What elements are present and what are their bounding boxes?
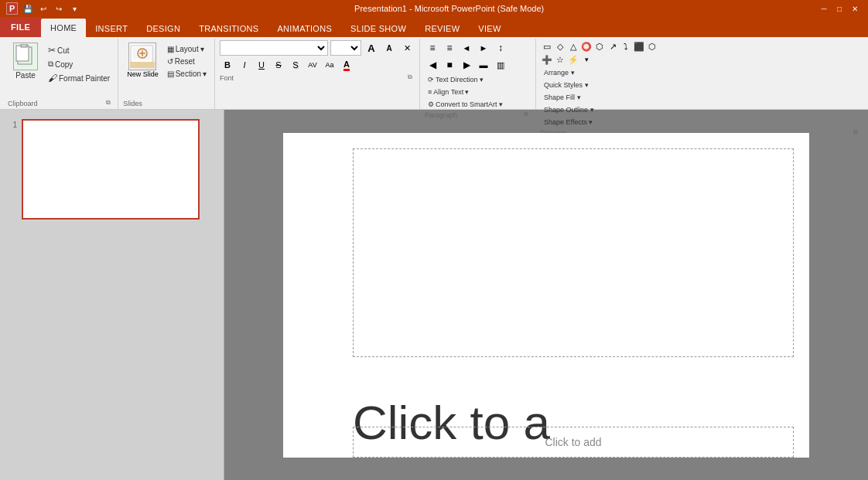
window-controls: ─ □ ✕	[817, 2, 862, 15]
case-btn[interactable]: Aa	[322, 57, 337, 73]
slide-title-box[interactable]	[353, 148, 794, 357]
shape-star-btn[interactable]: ☆	[554, 53, 566, 66]
font-grow-btn[interactable]: A	[364, 40, 379, 56]
strikethrough-btn[interactable]: S	[271, 57, 286, 73]
numbering-btn[interactable]: ≡	[442, 40, 457, 56]
tab-file[interactable]: FILE	[0, 17, 41, 37]
shape-triangle-btn[interactable]: △	[567, 40, 579, 53]
line-spacing-btn[interactable]: ↕	[493, 40, 508, 56]
paragraph-expand-btn[interactable]: ⧉	[521, 110, 531, 119]
drawing-group: ▭ ◇ △ ⭕ ⬡ ↗ ⤵ ⬛ ⬡ ➕ ☆ ⚡ ▾ Arrange ▾ Quic…	[536, 39, 865, 109]
clipboard-content: Paste ✂ Cut ⧉ Copy 🖌 Format Painter	[8, 40, 113, 98]
tab-transitions[interactable]: TRANSITIONS	[190, 20, 268, 37]
italic-btn[interactable]: I	[237, 57, 252, 73]
shadow-btn[interactable]: S	[288, 57, 303, 73]
underline-btn[interactable]: U	[254, 57, 269, 73]
slide-subtitle-box[interactable]: Click to add	[353, 427, 794, 458]
justify-btn[interactable]: ▬	[476, 57, 491, 73]
slides-group: New Slide ▦ Layout ▾ ↺ Reset ▤ Section ▾	[118, 39, 215, 109]
align-center-btn[interactable]: ■	[442, 57, 457, 73]
tab-animations[interactable]: ANIMATIONS	[268, 20, 341, 37]
slide-subtitle-text: Click to add	[545, 436, 601, 448]
cut-button[interactable]: ✂ Cut	[45, 43, 113, 57]
drawing-expand-btn[interactable]: ⧉	[851, 128, 860, 137]
shape-lightning-btn[interactable]: ⚡	[567, 53, 579, 66]
ribbon-tabs: FILE HOME INSERT DESIGN TRANSITIONS ANIM…	[0, 17, 868, 37]
align-text-btn[interactable]: ≡ Align Text ▾	[425, 87, 472, 97]
char-spacing-btn[interactable]: AV	[305, 57, 320, 73]
copy-button[interactable]: ⧉ Copy	[45, 58, 113, 70]
font-family-select[interactable]	[220, 40, 328, 56]
bold-btn[interactable]: B	[220, 57, 235, 73]
arrange-btn[interactable]: Arrange ▾	[541, 67, 665, 78]
shape-outline-btn[interactable]: Shape Outline ▾	[541, 104, 665, 115]
shape-circle-btn[interactable]: ⭕	[580, 40, 593, 53]
quick-styles-btn[interactable]: Quick Styles ▾	[541, 80, 665, 90]
decrease-indent-btn[interactable]: ◄	[459, 40, 474, 56]
svg-rect-2	[21, 44, 27, 47]
paste-area: Paste	[8, 40, 43, 82]
convert-smartart-btn[interactable]: ⚙ Convert to SmartArt ▾	[425, 99, 506, 110]
shape-square-btn[interactable]: ⬛	[633, 40, 645, 53]
slide-canvas[interactable]: Click to a Click to add	[283, 133, 809, 458]
text-direction-btn[interactable]: ⟳ Text Direction ▾	[425, 74, 487, 85]
paragraph-group: ≡ ≡ ◄ ► ↕ ◀ ■ ▶ ▬ ▥ ⟳ Text Direction	[420, 39, 536, 109]
tab-view[interactable]: VIEW	[469, 20, 510, 37]
quick-access-toolbar: 💾 ↩ ↪ ▾	[21, 2, 81, 15]
shape-hex-btn[interactable]: ⬡	[593, 40, 606, 53]
copy-icon: ⧉	[48, 60, 53, 69]
font-expand-btn[interactable]: ⧉	[405, 73, 415, 82]
tab-design[interactable]: DESIGN	[137, 20, 190, 37]
close-btn[interactable]: ✕	[848, 2, 862, 15]
shape-diamond-btn[interactable]: ◇	[554, 40, 566, 53]
font-color-icon: A	[343, 60, 350, 71]
columns-btn[interactable]: ▥	[493, 57, 508, 73]
tab-home[interactable]: HOME	[41, 19, 86, 37]
shape-curved-arrow-btn[interactable]: ⤵	[620, 40, 632, 53]
increase-indent-btn[interactable]: ►	[476, 40, 491, 56]
bullets-btn[interactable]: ≡	[425, 40, 440, 56]
cut-icon: ✂	[48, 45, 56, 56]
shape-effects-btn[interactable]: Shape Effects ▾	[541, 117, 665, 128]
undo-qat-btn[interactable]: ↩	[36, 2, 50, 15]
shape-arrow-btn[interactable]: ↗	[607, 40, 619, 53]
tab-review[interactable]: REVIEW	[415, 20, 469, 37]
align-left-btn[interactable]: ◀	[425, 57, 440, 73]
shape-octagon-btn[interactable]: ⬡	[646, 40, 658, 53]
new-slide-button[interactable]: New Slide	[123, 40, 162, 80]
drawing-content: ▭ ◇ △ ⭕ ⬡ ↗ ⤵ ⬛ ⬡ ➕ ☆ ⚡ ▾ Arrange ▾ Quic…	[541, 40, 860, 128]
paste-button[interactable]: Paste	[8, 40, 43, 82]
clear-format-btn[interactable]: ✕	[399, 40, 415, 56]
minimize-btn[interactable]: ─	[817, 2, 831, 15]
format-painter-button[interactable]: 🖌 Format Painter	[45, 71, 113, 85]
font-shrink-btn[interactable]: A	[381, 40, 397, 56]
font-color-btn[interactable]: A	[339, 57, 354, 73]
font-footer: Font ⧉	[220, 73, 415, 82]
title-bar-left: P 💾 ↩ ↪ ▾	[6, 2, 81, 15]
align-right-btn[interactable]: ▶	[459, 57, 474, 73]
slides-content: New Slide ▦ Layout ▾ ↺ Reset ▤ Section ▾	[123, 40, 210, 98]
main-canvas: Click to a Click to add	[224, 110, 868, 480]
tab-slideshow[interactable]: SLIDE SHOW	[341, 20, 415, 37]
shape-rect-btn[interactable]: ▭	[541, 40, 553, 53]
redo-qat-btn[interactable]: ↪	[52, 2, 66, 15]
font-content: A A ✕ B I U S S AV Aa A	[220, 40, 415, 73]
tab-insert[interactable]: INSERT	[86, 20, 137, 37]
shape-fill-btn[interactable]: Shape Fill ▾	[541, 92, 665, 103]
customize-qat-btn[interactable]: ▾	[67, 2, 81, 15]
slide-thumbnail[interactable]	[22, 119, 200, 220]
maximize-btn[interactable]: □	[832, 2, 846, 15]
layout-icon: ▦	[167, 45, 174, 53]
shape-more-btn[interactable]: ▾	[580, 53, 593, 66]
font-size-select[interactable]	[330, 40, 361, 56]
layout-button[interactable]: ▦ Layout ▾	[164, 43, 210, 55]
paste-icon	[13, 43, 38, 70]
reset-icon: ↺	[167, 57, 173, 66]
section-button[interactable]: ▤ Section ▾	[164, 68, 210, 80]
new-slide-icon	[128, 43, 156, 70]
shape-plus-btn[interactable]: ➕	[541, 53, 553, 66]
save-qat-btn[interactable]: 💾	[21, 2, 35, 15]
clipboard-expand-btn[interactable]: ⧉	[104, 98, 113, 107]
convert-smartart-icon: ⚙	[428, 100, 434, 108]
reset-button[interactable]: ↺ Reset	[164, 56, 210, 67]
